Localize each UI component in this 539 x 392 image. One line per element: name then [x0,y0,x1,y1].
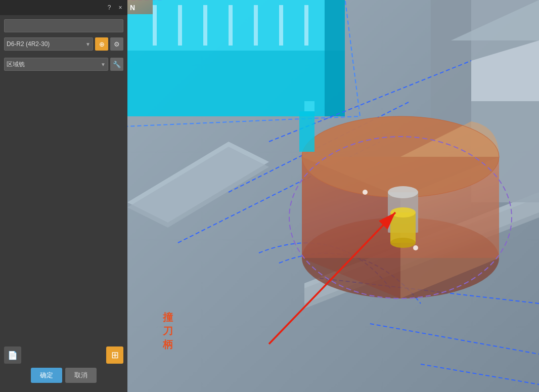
tool-dropdown-row: D6-R2 (4R2-30) ▼ ⊕ ⚙ [4,37,123,51]
bottom-panel: 📄 ⊞ 确定 取消 [0,341,127,392]
cancel-button[interactable]: 取消 [65,368,97,383]
3d-viewport[interactable]: N 撞刀柄 [127,0,539,392]
add-operation-button[interactable]: ⊞ [106,346,123,364]
svg-rect-14 [203,5,207,46]
tool-section: D6-R2 (4R2-30) ▼ ⊕ ⚙ 区域铣 ▼ 🔧 [4,37,123,71]
svg-point-32 [390,238,416,248]
svg-rect-37 [304,101,315,111]
confirm-button[interactable]: 确定 [31,368,62,383]
svg-rect-16 [254,5,258,46]
svg-rect-17 [279,5,283,46]
wrench-icon: 🔧 [113,61,121,68]
operation-dropdown-text: 区域铣 [7,60,101,69]
svg-point-33 [363,190,368,195]
add-tool-icon: ⊕ [99,40,105,48]
svg-point-29 [388,186,418,198]
bottom-icon-row: 📄 ⊞ [4,346,123,364]
svg-point-31 [390,207,416,217]
document-icon: 📄 [8,351,18,360]
tool-dropdown-text: D6-R2 (4R2-30) [7,40,85,48]
search-box[interactable] [4,19,123,32]
operation-dropdown-row: 区域铣 ▼ 🔧 [4,58,123,71]
confirm-row: 确定 取消 [4,368,123,383]
svg-rect-13 [178,5,182,46]
svg-rect-15 [229,5,233,46]
tool-dropdown[interactable]: D6-R2 (4R2-30) ▼ [4,37,93,51]
operation-dropdown-arrow: ▼ [101,62,106,67]
panel-titlebar: ? × [0,0,127,15]
svg-rect-36 [299,111,315,152]
add-icon: ⊞ [111,350,119,361]
operation-wrench-button[interactable]: 🔧 [110,58,123,71]
svg-text:N: N [130,4,135,12]
svg-rect-18 [304,5,308,46]
document-icon-button[interactable]: 📄 [4,346,21,364]
add-tool-button[interactable]: ⊕ [95,37,108,51]
close-button[interactable]: × [116,4,124,12]
operation-dropdown[interactable]: 区域铣 ▼ [4,58,108,71]
tool-settings-button[interactable]: ⚙ [110,37,123,51]
help-button[interactable]: ? [105,4,113,12]
svg-marker-10 [127,0,345,51]
svg-point-34 [413,245,418,250]
collision-warning-text: 撞刀柄 [163,311,173,352]
left-panel: ? × D6-R2 (4R2-30) ▼ ⊕ ⚙ 区域铣 ▼ 🔧 [0,0,127,392]
svg-marker-11 [325,0,345,116]
tool-dropdown-arrow: ▼ [85,41,91,47]
svg-rect-12 [153,5,157,46]
gear-icon: ⚙ [114,40,120,48]
